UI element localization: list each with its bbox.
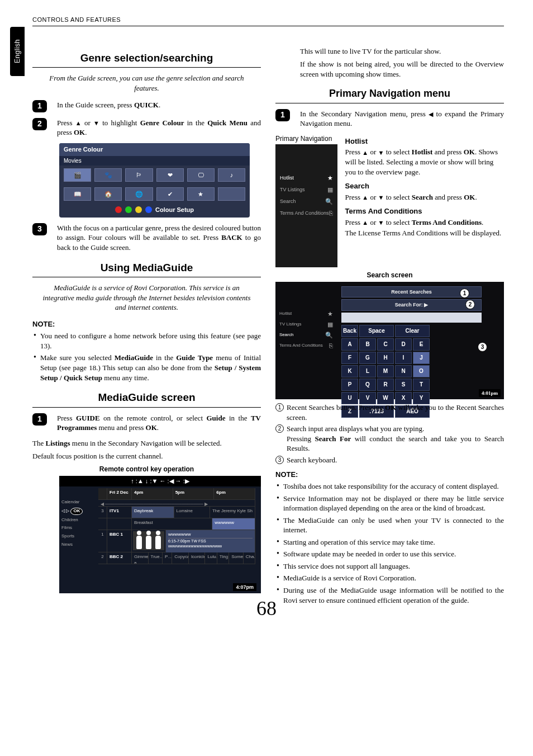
key: P — [341, 379, 358, 391]
page-number: 68 — [0, 595, 533, 622]
text: Listings — [45, 439, 70, 447]
blue-dot-icon — [145, 206, 152, 213]
text: in the — [184, 119, 207, 127]
genre-panel-subtitle: Movies — [59, 156, 250, 166]
programme: The Jeremy Kyle Sh — [210, 507, 255, 518]
channel-num: 2 — [98, 552, 107, 564]
listings-paragraph: The Listings menu in the Secondary Navig… — [32, 438, 261, 448]
text: on the remote control, or select — [100, 414, 207, 422]
text: BACK — [221, 233, 242, 242]
text: menu in the Secondary Navigation will be… — [70, 439, 222, 447]
genre-icon — [218, 187, 245, 201]
up-triangle-icon: ▲ — [362, 193, 368, 202]
heading-genre-selection: Genre selection/searching — [32, 51, 261, 68]
text: . — [159, 101, 160, 109]
key: S — [395, 379, 412, 391]
programme: Cha… — [244, 552, 255, 564]
genre-icon: 📖 — [64, 187, 91, 201]
key: V — [359, 392, 376, 404]
list-item: You need to configure a home network bef… — [32, 331, 261, 351]
key: M — [377, 365, 394, 377]
genre-icon-movies: 🎬 — [64, 168, 91, 182]
circled-number-icon: 2 — [275, 424, 284, 433]
nav-item-tvlistings: TV Listings▦ — [275, 319, 337, 330]
programme: Lorraine — [174, 507, 210, 518]
text: OK — [385, 403, 396, 412]
key: Q — [359, 379, 376, 391]
text: in the — [153, 353, 176, 362]
key: G — [359, 352, 376, 364]
search-clock: 4:01pm — [479, 389, 501, 397]
up-triangle-icon: ▲ — [75, 119, 82, 127]
genre-icon: ★ — [187, 187, 215, 201]
tac-heading: Terms And Conditions — [345, 206, 504, 216]
programme: wwwwww — [212, 518, 255, 530]
programme: P… — [163, 552, 172, 564]
list-item: Children — [61, 516, 95, 525]
list-item: Service Information may not be displayed… — [275, 494, 504, 513]
circled-number-icon: 3 — [275, 456, 284, 464]
genre-icon: 🐾 — [94, 168, 122, 182]
search-note-list: Toshiba does not take responsibility for… — [275, 481, 504, 605]
programme: Copycats — [172, 552, 189, 564]
tune-live-paragraph: This will tune to live TV for the partic… — [300, 46, 504, 56]
genre-step-1: 1 In the Guide screen, press QUICK. — [32, 100, 261, 112]
primary-nav-step-1: 1 In the Secondary Navigation menu, pres… — [275, 109, 504, 129]
programme: Gimme a… — [132, 552, 149, 564]
text: Recent Searches button. Pressing — [287, 403, 385, 412]
programme: Lulu… — [205, 552, 217, 564]
key: U — [341, 392, 358, 404]
genre-icon: 🖵 — [187, 168, 215, 182]
list-item: Films — [61, 524, 95, 532]
heading-primary-nav: Primary Navigation menu — [275, 87, 504, 103]
search-desc: Press ▲ or ▼ to select Search and press … — [345, 192, 504, 202]
text: Guide — [207, 414, 226, 422]
primary-nav-figure: Hotlist★ TV Listings▦ Search🔍 Terms And … — [275, 144, 337, 267]
step-badge: 2 — [32, 118, 47, 130]
document-icon: ⎘ — [329, 342, 333, 350]
genre-icon: ♪ — [218, 168, 245, 182]
key: F — [341, 352, 358, 364]
search-for-button: Search For: ▶ — [341, 299, 482, 310]
guide-clock: 4:07pm — [233, 583, 256, 591]
guide-time: 4pm — [132, 488, 173, 499]
genre-icon: 🏠 — [94, 187, 122, 201]
programme: True… — [149, 552, 163, 564]
header-section-label: CONTROLS AND FEATURES — [32, 16, 504, 26]
guide-date: Fri 2 Dec — [107, 488, 132, 499]
note-label: NOTE: — [275, 470, 504, 480]
programme: wwwwwwwwwwwwwwwwwww — [168, 544, 253, 549]
list-item: Starting and operation of this service m… — [275, 537, 504, 547]
list-item: This service does not support all langua… — [275, 561, 504, 571]
text: QUICK — [134, 101, 159, 109]
search-icon: 🔍 — [325, 197, 333, 206]
programme-time: 6:15-7:00pm TW FSS — [168, 538, 253, 544]
note-label: NOTE: — [32, 319, 261, 329]
list-item: Sports — [61, 532, 95, 541]
callout-description-list: 1Recent Searches button. Pressing OK wil… — [275, 403, 504, 465]
programme: Ting… — [217, 552, 229, 564]
text: Search For — [315, 434, 351, 443]
channel-name: BBC 1 — [107, 530, 132, 552]
green-dot-icon — [125, 206, 132, 213]
intro-genre: From the Guide screen, you can use the g… — [38, 73, 255, 93]
key-legend: ↑ :▲ ↓ :▼ ← :◀ → :▶ — [59, 476, 261, 486]
nav-item-tvlistings: TV Listings▦ — [275, 184, 337, 196]
list-item: Toshiba does not take responsibility for… — [275, 481, 504, 492]
text: . — [85, 128, 87, 136]
key: W — [377, 392, 394, 404]
text: Press — [57, 414, 76, 422]
key: Y — [413, 392, 430, 404]
document-icon: ⎘ — [329, 209, 333, 218]
nav-label: TV Listings — [280, 186, 305, 193]
key: I — [395, 352, 412, 364]
genre-icon: ❤ — [156, 168, 184, 182]
genre-step-2: 2 Press ▲ or ▼ to highlight Genre Colour… — [32, 118, 261, 138]
nav-item-terms: Terms And Conditions⎘ — [275, 341, 337, 351]
genre-icon: 🌐 — [125, 187, 153, 201]
key: R — [377, 379, 394, 391]
key: T — [413, 379, 430, 391]
key: X — [395, 392, 412, 404]
list-item: Software update may be needed in order t… — [275, 549, 504, 559]
genre-panel-title: Genre Colour — [59, 143, 250, 156]
